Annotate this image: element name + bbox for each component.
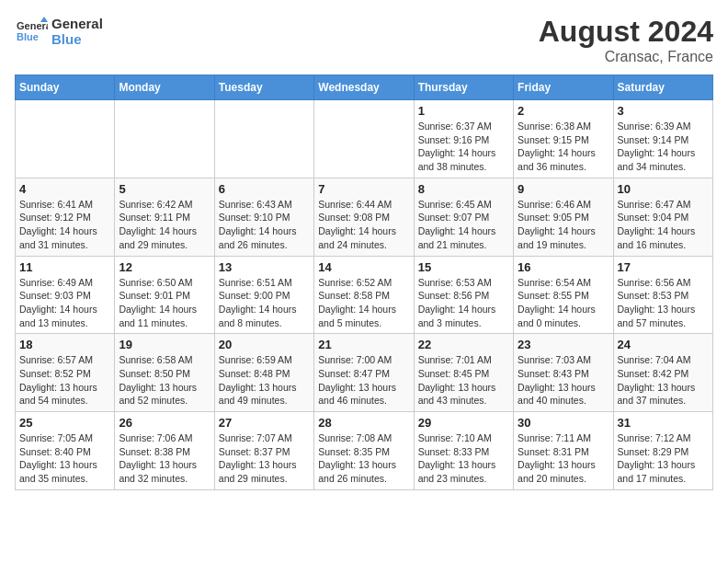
day-info: Sunrise: 6:37 AM Sunset: 9:16 PM Dayligh…: [418, 120, 509, 174]
day-number: 20: [219, 338, 310, 351]
weekday-thursday: Thursday: [414, 75, 513, 100]
day-info: Sunrise: 6:57 AM Sunset: 8:52 PM Dayligh…: [19, 353, 110, 408]
month-year: August 2024: [539, 15, 713, 49]
day-cell: 17Sunrise: 6:56 AM Sunset: 8:53 PM Dayli…: [613, 256, 712, 334]
day-number: 17: [618, 260, 709, 274]
day-cell: 10Sunrise: 6:47 AM Sunset: 9:04 PM Dayli…: [613, 178, 712, 256]
day-info: Sunrise: 6:47 AM Sunset: 9:04 PM Dayligh…: [618, 198, 709, 252]
logo: General Blue GeneralBlue: [15, 15, 103, 48]
day-info: Sunrise: 6:53 AM Sunset: 8:56 PM Dayligh…: [418, 276, 509, 330]
title-block: August 2024 Cransac, France: [539, 15, 713, 65]
day-number: 8: [418, 182, 509, 196]
day-number: 3: [618, 104, 709, 118]
day-info: Sunrise: 6:43 AM Sunset: 9:10 PM Dayligh…: [219, 198, 310, 252]
day-number: 18: [19, 338, 110, 351]
day-number: 19: [119, 338, 210, 351]
day-number: 24: [618, 338, 709, 351]
day-cell: 22Sunrise: 7:01 AM Sunset: 8:45 PM Dayli…: [414, 334, 513, 412]
day-cell: 24Sunrise: 7:04 AM Sunset: 8:42 PM Dayli…: [613, 334, 712, 412]
day-info: Sunrise: 6:58 AM Sunset: 8:50 PM Dayligh…: [119, 353, 210, 408]
day-info: Sunrise: 7:07 AM Sunset: 8:37 PM Dayligh…: [219, 431, 310, 486]
day-info: Sunrise: 6:59 AM Sunset: 8:48 PM Dayligh…: [219, 353, 310, 408]
week-row-2: 4Sunrise: 6:41 AM Sunset: 9:12 PM Daylig…: [16, 178, 713, 256]
day-number: 21: [318, 338, 409, 351]
day-info: Sunrise: 6:51 AM Sunset: 9:00 PM Dayligh…: [219, 276, 310, 330]
day-cell: 2Sunrise: 6:38 AM Sunset: 9:15 PM Daylig…: [514, 100, 613, 178]
day-cell: 9Sunrise: 6:46 AM Sunset: 9:05 PM Daylig…: [514, 178, 613, 256]
weekday-friday: Friday: [514, 75, 613, 100]
day-cell: [16, 100, 115, 178]
day-cell: 5Sunrise: 6:42 AM Sunset: 9:11 PM Daylig…: [115, 178, 214, 256]
day-cell: 20Sunrise: 6:59 AM Sunset: 8:48 PM Dayli…: [214, 334, 313, 412]
day-cell: 23Sunrise: 7:03 AM Sunset: 8:43 PM Dayli…: [514, 334, 613, 412]
day-cell: 28Sunrise: 7:08 AM Sunset: 8:35 PM Dayli…: [314, 412, 414, 490]
day-cell: 1Sunrise: 6:37 AM Sunset: 9:16 PM Daylig…: [414, 100, 513, 178]
day-cell: 11Sunrise: 6:49 AM Sunset: 9:03 PM Dayli…: [16, 256, 115, 334]
svg-text:Blue: Blue: [17, 31, 39, 42]
calendar-header: SundayMondayTuesdayWednesdayThursdayFrid…: [16, 75, 713, 100]
weekday-tuesday: Tuesday: [214, 75, 313, 100]
day-number: 30: [518, 416, 609, 430]
day-cell: 31Sunrise: 7:12 AM Sunset: 8:29 PM Dayli…: [613, 412, 712, 490]
week-row-1: 1Sunrise: 6:37 AM Sunset: 9:16 PM Daylig…: [16, 100, 713, 178]
day-number: 27: [219, 416, 310, 430]
day-number: 12: [119, 260, 210, 274]
day-info: Sunrise: 7:06 AM Sunset: 8:38 PM Dayligh…: [119, 431, 210, 486]
week-row-4: 18Sunrise: 6:57 AM Sunset: 8:52 PM Dayli…: [16, 334, 713, 412]
calendar-body: 1Sunrise: 6:37 AM Sunset: 9:16 PM Daylig…: [16, 100, 713, 490]
day-number: 16: [518, 260, 609, 274]
day-cell: 6Sunrise: 6:43 AM Sunset: 9:10 PM Daylig…: [214, 178, 313, 256]
day-cell: 16Sunrise: 6:54 AM Sunset: 8:55 PM Dayli…: [514, 256, 613, 334]
weekday-header-row: SundayMondayTuesdayWednesdayThursdayFrid…: [16, 75, 713, 100]
logo-icon: General Blue: [15, 15, 48, 48]
day-number: 22: [418, 338, 509, 351]
day-cell: 7Sunrise: 6:44 AM Sunset: 9:08 PM Daylig…: [314, 178, 414, 256]
day-number: 31: [618, 416, 709, 430]
weekday-wednesday: Wednesday: [314, 75, 414, 100]
day-cell: [314, 100, 414, 178]
day-info: Sunrise: 6:52 AM Sunset: 8:58 PM Dayligh…: [318, 276, 409, 330]
day-number: 9: [518, 182, 609, 196]
location: Cransac, France: [539, 49, 713, 65]
page-header: General Blue GeneralBlue August 2024 Cra…: [15, 15, 713, 65]
day-number: 2: [518, 104, 609, 118]
day-info: Sunrise: 7:05 AM Sunset: 8:40 PM Dayligh…: [19, 431, 110, 486]
day-number: 11: [19, 260, 110, 274]
day-info: Sunrise: 6:45 AM Sunset: 9:07 PM Dayligh…: [418, 198, 509, 252]
day-info: Sunrise: 6:54 AM Sunset: 8:55 PM Dayligh…: [518, 276, 609, 330]
day-cell: 25Sunrise: 7:05 AM Sunset: 8:40 PM Dayli…: [16, 412, 115, 490]
day-cell: 19Sunrise: 6:58 AM Sunset: 8:50 PM Dayli…: [115, 334, 214, 412]
week-row-5: 25Sunrise: 7:05 AM Sunset: 8:40 PM Dayli…: [16, 412, 713, 490]
day-info: Sunrise: 6:42 AM Sunset: 9:11 PM Dayligh…: [119, 198, 210, 252]
day-cell: 8Sunrise: 6:45 AM Sunset: 9:07 PM Daylig…: [414, 178, 513, 256]
day-cell: [115, 100, 214, 178]
day-info: Sunrise: 6:50 AM Sunset: 9:01 PM Dayligh…: [119, 276, 210, 330]
day-info: Sunrise: 7:10 AM Sunset: 8:33 PM Dayligh…: [418, 431, 509, 486]
day-cell: [214, 100, 313, 178]
day-cell: 4Sunrise: 6:41 AM Sunset: 9:12 PM Daylig…: [16, 178, 115, 256]
day-number: 7: [318, 182, 409, 196]
logo-text: GeneralBlue: [51, 16, 103, 47]
weekday-monday: Monday: [115, 75, 214, 100]
day-number: 6: [219, 182, 310, 196]
day-info: Sunrise: 6:41 AM Sunset: 9:12 PM Dayligh…: [19, 198, 110, 252]
day-cell: 21Sunrise: 7:00 AM Sunset: 8:47 PM Dayli…: [314, 334, 414, 412]
day-cell: 15Sunrise: 6:53 AM Sunset: 8:56 PM Dayli…: [414, 256, 513, 334]
day-info: Sunrise: 6:56 AM Sunset: 8:53 PM Dayligh…: [618, 276, 709, 330]
day-number: 14: [318, 260, 409, 274]
day-number: 23: [518, 338, 609, 351]
day-cell: 12Sunrise: 6:50 AM Sunset: 9:01 PM Dayli…: [115, 256, 214, 334]
day-info: Sunrise: 6:49 AM Sunset: 9:03 PM Dayligh…: [19, 276, 110, 330]
day-number: 26: [119, 416, 210, 430]
day-cell: 26Sunrise: 7:06 AM Sunset: 8:38 PM Dayli…: [115, 412, 214, 490]
day-number: 13: [219, 260, 310, 274]
day-info: Sunrise: 6:39 AM Sunset: 9:14 PM Dayligh…: [618, 120, 709, 174]
day-cell: 30Sunrise: 7:11 AM Sunset: 8:31 PM Dayli…: [514, 412, 613, 490]
day-number: 28: [318, 416, 409, 430]
day-info: Sunrise: 6:46 AM Sunset: 9:05 PM Dayligh…: [518, 198, 609, 252]
day-info: Sunrise: 7:00 AM Sunset: 8:47 PM Dayligh…: [318, 353, 409, 408]
day-number: 25: [19, 416, 110, 430]
day-number: 5: [119, 182, 210, 196]
day-info: Sunrise: 7:01 AM Sunset: 8:45 PM Dayligh…: [418, 353, 509, 408]
day-number: 1: [418, 104, 509, 118]
